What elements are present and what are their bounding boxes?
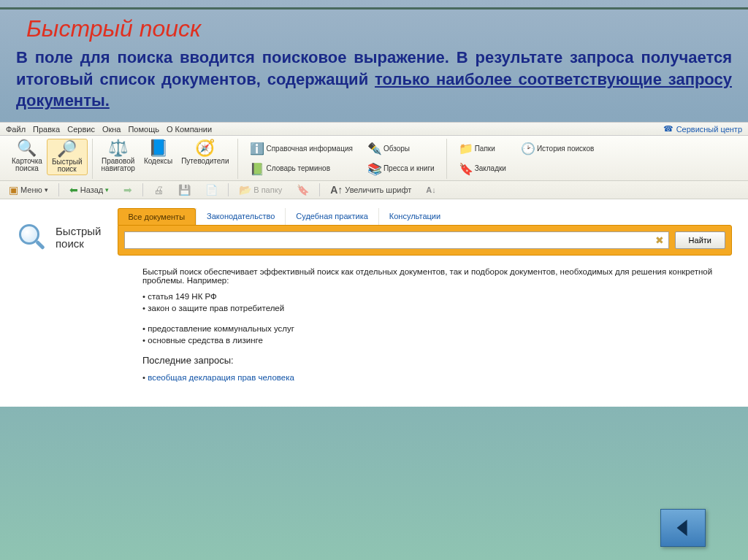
menu-windows[interactable]: Окна	[102, 125, 121, 134]
tab-all-documents[interactable]: Все документы	[118, 208, 196, 225]
menu-about[interactable]: О Компании	[167, 125, 212, 134]
menu-label: Меню	[20, 185, 42, 194]
word-icon: 📄	[205, 184, 218, 196]
secondary-toolbar: ▣ Меню ▾ ⬅ Назад ▾ ➡ 🖨 💾 📄 📂 В папку �	[0, 181, 748, 199]
find-button[interactable]: Найти	[675, 231, 725, 249]
magnifier-icon	[16, 221, 48, 253]
save-button: 💾	[174, 183, 195, 196]
search-tabs: Все документы Законодательство Судебная …	[118, 208, 733, 225]
papki-label: Папки	[475, 143, 495, 155]
vpapku-button: 📂 В папку	[234, 183, 286, 196]
forward-button: ➡	[119, 183, 137, 196]
bookmark-button: 🔖	[292, 183, 313, 196]
info-icon: ℹ️	[250, 139, 263, 158]
folder-add-icon: 📂	[239, 184, 251, 196]
save-icon: 💾	[178, 184, 191, 196]
obzory-label: Обзоры	[383, 143, 410, 155]
description-block: Быстрый поиск обеспечивает эффективный п…	[0, 256, 748, 383]
kartochka-poiska-button[interactable]: 🔍 Карточка поиска	[7, 139, 47, 174]
tab-legislation[interactable]: Законодательство	[196, 208, 285, 225]
examples-list: статья 149 НК РФ закон о защите прав пот…	[142, 291, 732, 314]
tab-consultations[interactable]: Консультации	[378, 208, 451, 225]
arrow-right-icon: ➡	[123, 184, 132, 196]
app-window: Файл Правка Сервис Окна Помощь О Компани…	[0, 122, 748, 407]
slide-description: В поле для поиска вводится поисковое выр…	[0, 47, 748, 122]
menu-edit[interactable]: Правка	[33, 125, 60, 134]
list-item: предоставление коммунальных услуг	[142, 323, 732, 334]
istoriya-label: История поисков	[537, 143, 594, 155]
print-icon: 🖨	[153, 184, 164, 196]
istoriya-button[interactable]: 🕑 История поисков	[518, 139, 597, 159]
separator	[319, 183, 320, 196]
logo-label-1: Быстрый	[56, 225, 102, 237]
pressa-label: Пресса и книги	[383, 163, 435, 174]
service-center-link[interactable]: ☎ Сервисный центр	[663, 124, 742, 134]
recent-link[interactable]: всеобщая декларация прав человека	[148, 373, 294, 382]
menubar-left: Файл Правка Сервис Окна Помощь О Компани…	[6, 125, 212, 134]
legal-navigator-icon: ⚖️	[108, 140, 128, 156]
menu-service[interactable]: Сервис	[67, 125, 95, 134]
clear-icon[interactable]: ✖	[655, 234, 664, 246]
main-toolbar: 🔍 Карточка поиска 🔎 Быстрый поиск ⚖️ Пра…	[0, 136, 748, 181]
word-button: 📄	[201, 183, 222, 196]
folders-icon: 📁	[459, 139, 472, 158]
search-card-icon: 🔍	[17, 140, 37, 156]
pressa-button[interactable]: 📚 Пресса и книги	[365, 159, 438, 180]
bystryj-label: Быстрый поиск	[52, 158, 83, 173]
kodeksy-button[interactable]: 📘 Кодексы	[140, 139, 177, 166]
dictionary-icon: 📗	[250, 160, 263, 179]
font-label: Увеличить шрифт	[345, 185, 411, 194]
menu-help[interactable]: Помощь	[128, 125, 159, 134]
menu-icon: ▣	[9, 184, 18, 196]
quick-search-icon: 🔎	[57, 141, 77, 157]
increase-font-button[interactable]: А↑ Увеличить шрифт	[326, 183, 416, 196]
separator	[228, 183, 229, 196]
list-item: закон о защите прав потребителей	[142, 302, 732, 314]
search-input-wrap[interactable]: ✖	[124, 231, 669, 249]
pravovoj-navigator-button[interactable]: ⚖️ Правовой навигатор	[97, 139, 140, 174]
print-button: 🖨	[149, 183, 168, 196]
putevoditeli-label: Путеводители	[181, 158, 229, 165]
tab-court-practice[interactable]: Судебная практика	[285, 208, 378, 225]
kartochka-label: Карточка поиска	[12, 158, 42, 172]
chevron-down-icon: ▾	[45, 186, 48, 193]
press-icon: 📚	[367, 160, 381, 179]
zakladki-button[interactable]: 🔖 Закладки	[456, 159, 509, 180]
sprav-label: Справочная информация	[266, 143, 352, 155]
vpapku-label: В папку	[253, 185, 282, 194]
putevoditeli-button[interactable]: 🧭 Путеводители	[177, 139, 233, 166]
arrow-left-icon: ⬅	[69, 184, 78, 196]
codes-icon: 📘	[148, 140, 168, 156]
slide-back-button[interactable]	[660, 509, 706, 547]
list-item: основные средства в лизинге	[142, 334, 732, 346]
list-item: всеобщая декларация прав человека	[142, 372, 732, 383]
search-logo: Быстрый поиск	[16, 208, 102, 253]
pravovoj-label: Правовой навигатор	[102, 158, 135, 172]
search-bar: ✖ Найти	[118, 225, 733, 256]
slovar-button[interactable]: 📗 Словарь терминов	[247, 159, 355, 180]
history-icon: 🕑	[521, 139, 534, 158]
search-input[interactable]	[129, 235, 655, 245]
back-button[interactable]: ⬅ Назад ▾	[65, 183, 114, 196]
menu-file[interactable]: Файл	[6, 125, 26, 134]
bystryj-poisk-button[interactable]: 🔎 Быстрый поиск	[47, 139, 88, 175]
separator	[58, 183, 59, 196]
separator	[142, 183, 143, 196]
reviews-icon: ✒️	[367, 139, 381, 158]
back-label: Назад	[80, 185, 104, 194]
desc-intro: Быстрый поиск обеспечивает эффективный п…	[142, 267, 732, 285]
menu-button[interactable]: ▣ Меню ▾	[4, 183, 53, 196]
menubar: Файл Правка Сервис Окна Помощь О Компани…	[0, 123, 748, 136]
font-up-icon: А↑	[330, 184, 343, 196]
examples-list-2: предоставление коммунальных услуг основн…	[142, 323, 732, 346]
recent-header: Последние запросы:	[142, 355, 732, 366]
service-center-label: Сервисный центр	[676, 125, 742, 134]
papki-button[interactable]: 📁 Папки	[456, 139, 509, 159]
recent-list: всеобщая декларация прав человека	[142, 372, 732, 383]
service-center-icon: ☎	[663, 124, 673, 134]
guides-icon: 🧭	[195, 140, 215, 156]
sprav-info-button[interactable]: ℹ️ Справочная информация	[247, 139, 355, 159]
decrease-font-button[interactable]: А↓	[421, 185, 440, 195]
kodeksy-label: Кодексы	[144, 158, 172, 165]
obzory-button[interactable]: ✒️ Обзоры	[365, 139, 438, 159]
